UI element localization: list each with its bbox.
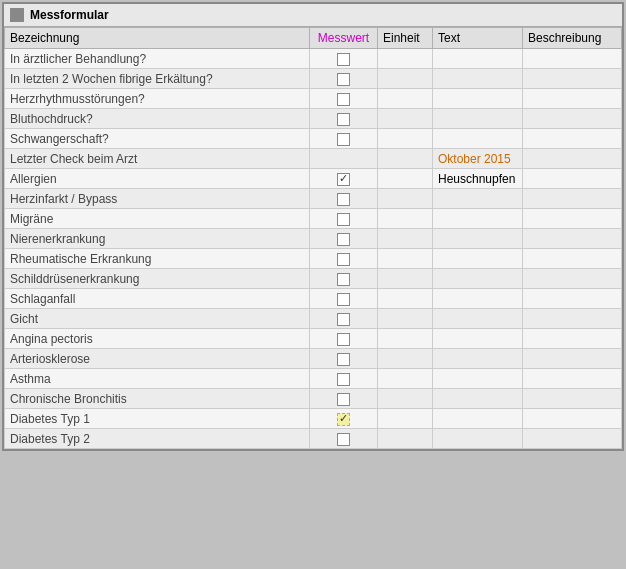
cell-bezeichnung: Migräne (5, 209, 310, 229)
checkbox[interactable] (337, 233, 350, 246)
checkbox-yellow[interactable] (337, 413, 350, 426)
checkbox[interactable] (337, 293, 350, 306)
table-row: Bluthochdruck? (5, 109, 622, 129)
checkbox[interactable] (337, 113, 350, 126)
cell-text (433, 329, 523, 349)
cell-einheit (378, 309, 433, 329)
cell-messwert[interactable] (310, 369, 378, 389)
cell-text (433, 249, 523, 269)
table-row: Nierenerkrankung (5, 229, 622, 249)
cell-messwert[interactable] (310, 249, 378, 269)
checkbox[interactable] (337, 333, 350, 346)
cell-beschreibung (523, 429, 622, 449)
cell-bezeichnung: Diabetes Typ 2 (5, 429, 310, 449)
cell-beschreibung (523, 269, 622, 289)
cell-messwert[interactable] (310, 149, 378, 169)
checkbox[interactable] (337, 213, 350, 226)
cell-einheit (378, 109, 433, 129)
cell-text (433, 109, 523, 129)
cell-beschreibung (523, 309, 622, 329)
checkbox[interactable] (337, 433, 350, 446)
checkbox[interactable] (337, 353, 350, 366)
table-row: AllergienHeuschnupfen (5, 169, 622, 189)
cell-bezeichnung: Herzinfarkt / Bypass (5, 189, 310, 209)
table-row: Migräne (5, 209, 622, 229)
main-window: Messformular Bezeichnung Messwert Einhei… (2, 2, 624, 451)
cell-bezeichnung: Schilddrüsenerkrankung (5, 269, 310, 289)
cell-bezeichnung: Allergien (5, 169, 310, 189)
cell-messwert[interactable] (310, 429, 378, 449)
cell-messwert[interactable] (310, 189, 378, 209)
cell-messwert[interactable] (310, 389, 378, 409)
cell-messwert[interactable] (310, 89, 378, 109)
cell-messwert[interactable] (310, 209, 378, 229)
cell-beschreibung (523, 369, 622, 389)
cell-messwert[interactable] (310, 49, 378, 69)
cell-bezeichnung: Angina pectoris (5, 329, 310, 349)
checkbox[interactable] (337, 53, 350, 66)
table-row: Diabetes Typ 2 (5, 429, 622, 449)
cell-bezeichnung: Schlaganfall (5, 289, 310, 309)
cell-einheit (378, 249, 433, 269)
cell-einheit (378, 169, 433, 189)
cell-messwert[interactable] (310, 329, 378, 349)
checkbox[interactable] (337, 273, 350, 286)
cell-text (433, 89, 523, 109)
cell-bezeichnung: In letzten 2 Wochen fibrige Erkältung? (5, 69, 310, 89)
title-bar: Messformular (4, 4, 622, 27)
cell-beschreibung (523, 409, 622, 429)
cell-einheit (378, 209, 433, 229)
cell-messwert[interactable] (310, 269, 378, 289)
cell-beschreibung (523, 169, 622, 189)
checkbox[interactable] (337, 173, 350, 186)
checkbox[interactable] (337, 393, 350, 406)
cell-text: Heuschnupfen (433, 169, 523, 189)
checkbox[interactable] (337, 313, 350, 326)
cell-bezeichnung: Letzter Check beim Arzt (5, 149, 310, 169)
checkbox[interactable] (337, 253, 350, 266)
cell-einheit (378, 329, 433, 349)
cell-messwert[interactable] (310, 349, 378, 369)
window-icon (10, 8, 24, 22)
checkbox[interactable] (337, 193, 350, 206)
window-title: Messformular (30, 8, 109, 22)
cell-messwert[interactable] (310, 69, 378, 89)
table-row: Schlaganfall (5, 289, 622, 309)
table-row: Letzter Check beim ArztOktober 2015 (5, 149, 622, 169)
cell-beschreibung (523, 289, 622, 309)
cell-beschreibung (523, 129, 622, 149)
table-row: Chronische Bronchitis (5, 389, 622, 409)
cell-einheit (378, 89, 433, 109)
cell-text (433, 349, 523, 369)
cell-bezeichnung: Rheumatische Erkrankung (5, 249, 310, 269)
header-bezeichnung: Bezeichnung (5, 28, 310, 49)
cell-beschreibung (523, 229, 622, 249)
header-messwert: Messwert (310, 28, 378, 49)
main-table: Bezeichnung Messwert Einheit Text Beschr… (4, 27, 622, 449)
cell-messwert[interactable] (310, 289, 378, 309)
cell-beschreibung (523, 349, 622, 369)
table-row: Gicht (5, 309, 622, 329)
cell-einheit (378, 49, 433, 69)
cell-messwert[interactable] (310, 129, 378, 149)
checkbox[interactable] (337, 133, 350, 146)
cell-messwert[interactable] (310, 409, 378, 429)
cell-beschreibung (523, 329, 622, 349)
checkbox[interactable] (337, 93, 350, 106)
cell-einheit (378, 349, 433, 369)
cell-beschreibung (523, 389, 622, 409)
checkbox[interactable] (337, 73, 350, 86)
table-row: Herzrhythmusstörungen? (5, 89, 622, 109)
checkbox[interactable] (337, 373, 350, 386)
cell-bezeichnung: Diabetes Typ 1 (5, 409, 310, 429)
cell-messwert[interactable] (310, 109, 378, 129)
cell-messwert[interactable] (310, 309, 378, 329)
cell-text (433, 69, 523, 89)
cell-beschreibung (523, 209, 622, 229)
cell-messwert[interactable] (310, 169, 378, 189)
cell-text (433, 409, 523, 429)
table-row: Schilddrüsenerkrankung (5, 269, 622, 289)
cell-text (433, 229, 523, 249)
cell-messwert[interactable] (310, 229, 378, 249)
cell-bezeichnung: Nierenerkrankung (5, 229, 310, 249)
